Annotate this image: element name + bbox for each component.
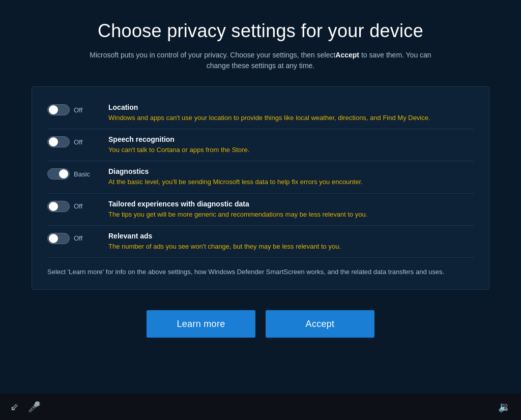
main-content: Choose privacy settings for your device … [0,0,521,394]
location-toggle-container: Off [47,104,103,115]
speech-toggle[interactable] [47,136,70,147]
location-desc: Windows and apps can't use your location… [108,113,474,123]
volume-icon[interactable]: 🔉 [498,401,511,412]
diagnostics-name: Diagnostics [108,167,474,175]
tailored-toggle-label: Off [74,202,92,210]
accept-button[interactable]: Accept [266,310,374,338]
subtitle-text: Microsoft puts you in control of your pr… [90,51,335,59]
subtitle-bold: Accept [335,51,359,59]
tailored-toggle-knob [49,202,58,211]
diagnostics-toggle[interactable] [47,168,70,179]
ads-info: Relevant ads The number of ads you see w… [103,232,474,251]
taskbar: ⇙ 🎤 🔉 [0,394,521,420]
ads-desc: The number of ads you see won't change, … [108,242,474,251]
diagnostics-toggle-container: Basic [47,168,103,179]
microphone-icon[interactable]: 🎤 [28,401,41,413]
tailored-toggle-container: Off [47,201,103,212]
info-text: Select 'Learn more' for info on the abov… [47,263,474,277]
location-toggle-label: Off [74,106,92,114]
setting-row-diagnostics: Basic Diagnostics At the basic level, yo… [47,161,474,193]
speech-toggle-label: Off [74,138,92,146]
learn-more-button[interactable]: Learn more [147,310,255,338]
setting-row-tailored: Off Tailored experiences with diagnostic… [47,194,474,226]
settings-panel: Off Location Windows and apps can't use … [32,86,489,290]
speech-desc: You can't talk to Cortana or apps from t… [108,145,474,155]
buttons-row: Learn more Accept [147,310,374,338]
speech-toggle-container: Off [47,136,103,147]
location-toggle[interactable] [47,104,70,115]
diagnostics-toggle-label: Basic [74,170,92,178]
page-title: Choose privacy settings for your device [98,20,423,42]
location-name: Location [108,103,474,111]
location-toggle-knob [49,105,58,114]
speech-name: Speech recognition [108,135,474,143]
ads-toggle[interactable] [47,233,70,244]
setting-row-speech: Off Speech recognition You can't talk to… [47,129,474,161]
ads-name: Relevant ads [108,232,474,240]
ads-toggle-label: Off [74,234,92,242]
location-info: Location Windows and apps can't use your… [103,103,474,123]
page-subtitle: Microsoft puts you in control of your pr… [82,50,439,71]
taskbar-right: 🔉 [498,401,511,413]
speech-info: Speech recognition You can't talk to Cor… [103,135,474,155]
diagnostics-desc: At the basic level, you'll be sending Mi… [108,177,474,187]
diagnostics-info: Diagnostics At the basic level, you'll b… [103,167,474,187]
taskbar-left: ⇙ 🎤 [10,401,41,413]
tailored-toggle[interactable] [47,201,70,212]
tailored-desc: The tips you get will be more generic an… [108,210,474,219]
ads-toggle-knob [49,234,58,243]
tailored-info: Tailored experiences with diagnostic dat… [103,200,474,219]
setting-row-location: Off Location Windows and apps can't use … [47,97,474,129]
back-icon[interactable]: ⇙ [10,401,19,413]
tailored-name: Tailored experiences with diagnostic dat… [108,200,474,208]
speech-toggle-knob [49,137,58,146]
setting-row-ads: Off Relevant ads The number of ads you s… [47,226,474,258]
diagnostics-toggle-knob [59,169,68,178]
ads-toggle-container: Off [47,233,103,244]
